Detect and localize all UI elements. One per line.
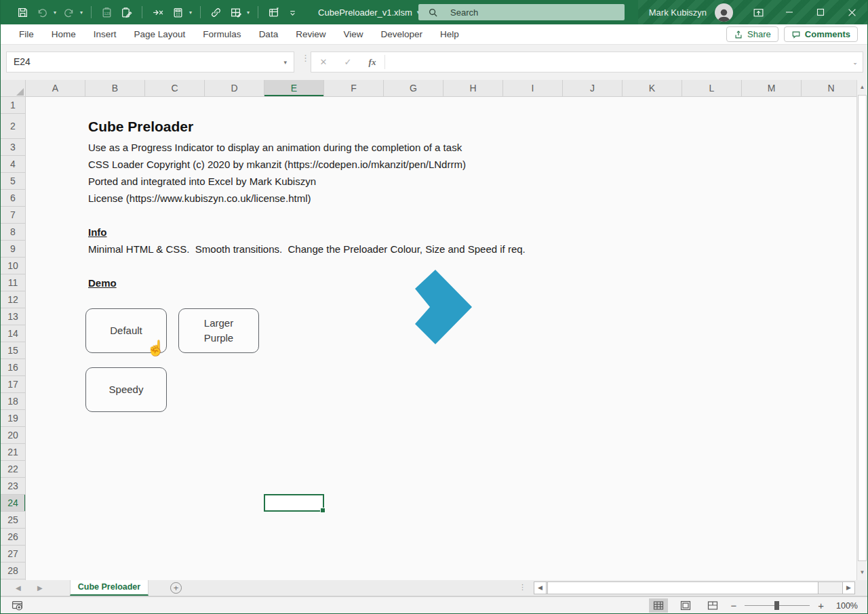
page-break-preview-button[interactable] (703, 598, 722, 613)
formula-bar-expand-icon[interactable]: ⌄ (848, 59, 863, 66)
column-header-j[interactable]: J (563, 80, 623, 96)
column-header-b[interactable]: B (85, 80, 145, 96)
tab-home[interactable]: Home (43, 24, 85, 45)
tab-formulas[interactable]: Formulas (194, 24, 250, 45)
column-header-e[interactable]: E (264, 80, 324, 96)
row-header-6[interactable]: 6 (1, 190, 25, 207)
ribbon-display-options-icon[interactable] (743, 0, 774, 24)
more-commands-icon[interactable] (285, 3, 300, 22)
workbook-icon[interactable] (265, 3, 282, 22)
tab-page-layout[interactable]: Page Layout (125, 24, 195, 45)
zoom-in-icon[interactable]: + (818, 600, 824, 611)
row-header-26[interactable]: 26 (1, 529, 25, 546)
sheet-nav-right-icon[interactable]: ▶ (37, 580, 43, 596)
share-button[interactable]: Share (726, 26, 778, 42)
name-box[interactable]: E24 ▾ (6, 52, 294, 73)
tab-review[interactable]: Review (287, 24, 334, 45)
enter-icon[interactable]: ✓ (336, 57, 360, 67)
tab-file[interactable]: File (10, 24, 43, 45)
sheet-cells[interactable]: Cube Preloader Use as a Progress Indicat… (26, 97, 858, 580)
column-header-g[interactable]: G (384, 80, 443, 96)
tab-view[interactable]: View (334, 24, 372, 45)
column-header-n[interactable]: N (802, 80, 858, 96)
sheet-nav-left-icon[interactable]: ◀ (16, 580, 21, 596)
redo-dropdown-icon[interactable]: ▾ (79, 9, 84, 16)
close-button[interactable] (836, 0, 867, 24)
row-header-3[interactable]: 3 (1, 139, 25, 156)
calculator-icon[interactable] (170, 3, 186, 22)
row-header-24[interactable]: 24 (1, 495, 25, 512)
row-header-25[interactable]: 25 (1, 512, 25, 529)
row-header-1[interactable]: 1 (1, 97, 25, 114)
row-header-12[interactable]: 12 (1, 291, 25, 308)
row-header-4[interactable]: 4 (1, 156, 25, 173)
column-header-m[interactable]: M (742, 80, 802, 96)
redo-icon[interactable] (60, 3, 77, 22)
row-header-27[interactable]: 27 (1, 546, 25, 562)
sheet-tab-cube-preloader[interactable]: Cube Preloader (70, 580, 149, 596)
row-header-13[interactable]: 13 (1, 308, 25, 325)
row-header-17[interactable]: 17 (1, 376, 25, 393)
document-title[interactable]: CubePreloader_v1.xlsm ▾ (318, 7, 420, 18)
delete-icon[interactable] (149, 3, 167, 22)
row-header-14[interactable]: 14 (1, 325, 25, 342)
cancel-icon[interactable]: ✕ (311, 57, 336, 67)
column-header-c[interactable]: C (145, 80, 205, 96)
name-box-dropdown-icon[interactable]: ▾ (283, 52, 287, 73)
draw-table-icon[interactable] (227, 3, 244, 22)
scroll-right-icon[interactable]: ▶ (842, 582, 854, 594)
link-icon[interactable] (208, 3, 224, 22)
horizontal-scroll-thumb[interactable] (547, 582, 818, 594)
column-header-f[interactable]: F (324, 80, 384, 96)
row-header-16[interactable]: 16 (1, 359, 25, 376)
column-header-l[interactable]: L (682, 80, 742, 96)
row-header-9[interactable]: 9 (1, 241, 25, 258)
row-header-21[interactable]: 21 (1, 444, 25, 461)
page-layout-view-button[interactable] (676, 598, 695, 613)
undo-icon[interactable] (34, 3, 51, 22)
zoom-slider-thumb[interactable] (774, 601, 779, 610)
tab-insert[interactable]: Insert (85, 24, 125, 45)
column-header-i[interactable]: I (503, 80, 563, 96)
formula-bar-handle[interactable]: ⋮ (301, 56, 310, 60)
draw-table-dropdown-icon[interactable]: ▾ (245, 9, 251, 16)
undo-dropdown-icon[interactable]: ▾ (52, 9, 58, 16)
scroll-up-icon[interactable]: ▲ (857, 81, 867, 94)
row-header-5[interactable]: 5 (1, 173, 25, 190)
calculator-dropdown-icon[interactable]: ▾ (188, 9, 193, 16)
comments-button[interactable]: Comments (784, 26, 858, 42)
vertical-scrollbar[interactable]: ▲ ▼ (856, 80, 867, 580)
minimize-button[interactable] (774, 0, 805, 24)
paste-formatting-icon[interactable] (118, 3, 135, 22)
row-header-2[interactable]: 2 (1, 114, 25, 139)
tab-data[interactable]: Data (250, 24, 288, 45)
insert-function-icon[interactable]: fx (360, 57, 384, 68)
row-header-10[interactable]: 10 (1, 258, 25, 274)
avatar[interactable] (715, 3, 733, 22)
row-header-23[interactable]: 23 (1, 478, 25, 495)
column-header-h[interactable]: H (443, 80, 503, 96)
tab-strip-handle[interactable]: ⋮ (519, 583, 526, 592)
new-sheet-icon[interactable]: + (170, 582, 182, 594)
column-header-d[interactable]: D (205, 80, 264, 96)
row-header-11[interactable]: 11 (1, 274, 25, 291)
row-header-8[interactable]: 8 (1, 224, 25, 241)
row-header-28[interactable]: 28 (1, 562, 25, 579)
column-header-k[interactable]: K (623, 80, 682, 96)
macro-record-icon[interactable] (12, 600, 24, 614)
row-header-18[interactable]: 18 (1, 393, 25, 410)
horizontal-scrollbar[interactable]: ◀ ▶ (534, 581, 855, 594)
zoom-level[interactable]: 100% (832, 601, 858, 611)
tab-developer[interactable]: Developer (372, 24, 431, 45)
scroll-down-icon[interactable]: ▼ (857, 567, 867, 579)
speedy-button[interactable]: Speedy (85, 367, 167, 412)
row-header-7[interactable]: 7 (1, 207, 25, 224)
selected-cell-e24[interactable] (264, 494, 324, 512)
vertical-scroll-thumb[interactable] (858, 95, 867, 561)
maximize-button[interactable] (805, 0, 836, 24)
zoom-slider[interactable] (745, 598, 810, 613)
scroll-left-icon[interactable]: ◀ (534, 582, 547, 594)
search-box[interactable]: Search (418, 4, 625, 20)
formula-input[interactable] (385, 52, 848, 72)
row-header-19[interactable]: 19 (1, 410, 25, 427)
